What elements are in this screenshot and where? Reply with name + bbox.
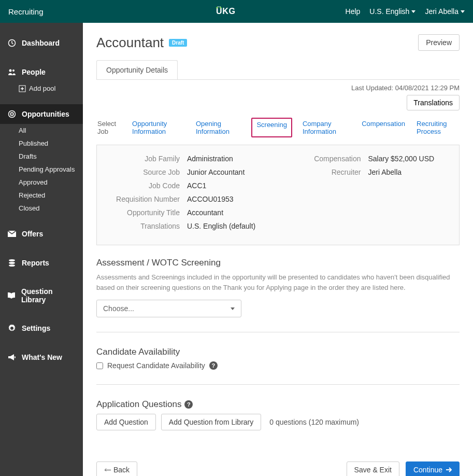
sidebar-item-opportunities[interactable]: Opportunities bbox=[0, 104, 83, 124]
chevron-down-icon bbox=[461, 10, 465, 13]
sidebar-item-people[interactable]: People bbox=[0, 62, 83, 82]
sidebar-label: Reports bbox=[22, 259, 49, 267]
questions-title-text: Application Questions bbox=[96, 399, 181, 410]
sidebar-add-pool[interactable]: Add pool bbox=[0, 82, 83, 95]
step-opening-info[interactable]: Opening Information bbox=[195, 118, 242, 137]
info-label-job-code: Job Code bbox=[107, 181, 180, 190]
help-label: Help bbox=[346, 7, 361, 16]
main-content: Accountant Draft Preview Opportunity Det… bbox=[83, 23, 473, 476]
svg-point-2 bbox=[220, 7, 221, 8]
step-screening[interactable]: Screening bbox=[251, 118, 292, 137]
info-label-opp-title: Opportunity Title bbox=[107, 208, 180, 217]
language-label: U.S. English bbox=[369, 7, 409, 16]
info-value-job-code: ACC1 bbox=[187, 181, 206, 190]
sidebar-label: Opportunities bbox=[22, 110, 69, 118]
sidebar-item-dashboard[interactable]: Dashboard bbox=[0, 33, 83, 53]
step-compensation[interactable]: Compensation bbox=[361, 118, 406, 137]
continue-button[interactable]: Continue bbox=[406, 461, 460, 476]
info-label-source-job: Source Job bbox=[107, 168, 180, 176]
info-summary-box: Job FamilyAdministration Source JobJunio… bbox=[96, 145, 460, 245]
database-icon bbox=[7, 258, 17, 268]
svg-point-9 bbox=[11, 114, 12, 115]
sidebar-sub-closed[interactable]: Closed bbox=[0, 202, 83, 215]
sidebar-item-reports[interactable]: Reports bbox=[0, 253, 83, 273]
arrow-right-icon bbox=[446, 467, 452, 473]
back-button[interactable]: 🡐 Back bbox=[96, 461, 137, 476]
select-placeholder: Choose... bbox=[103, 304, 134, 313]
sidebar-item-settings[interactable]: Settings bbox=[0, 318, 83, 338]
info-value-recruiter: Jeri Abella bbox=[368, 168, 402, 176]
help-icon[interactable]: ? bbox=[184, 400, 193, 409]
request-availability-checkbox[interactable] bbox=[96, 362, 103, 369]
info-value-job-family: Administration bbox=[187, 155, 233, 163]
info-value-compensation: Salary $52,000 USD bbox=[368, 155, 435, 163]
topbar: Recruiting ÜKG Help U.S. English Jeri Ab… bbox=[0, 0, 473, 23]
last-updated-label: Last Updated: bbox=[351, 84, 393, 92]
svg-point-12 bbox=[9, 262, 15, 264]
continue-label: Continue bbox=[413, 466, 442, 474]
assessment-section-desc: Assessments and Screenings included in t… bbox=[96, 272, 460, 292]
info-value-source-job: Junior Accountant bbox=[187, 168, 245, 176]
target-icon bbox=[7, 109, 17, 119]
draft-badge: Draft bbox=[169, 39, 187, 47]
assessment-section-title: Assessment / WOTC Screening bbox=[96, 258, 460, 268]
sidebar-item-whats-new[interactable]: What's New bbox=[0, 347, 83, 367]
info-value-translations: U.S. English (default) bbox=[187, 222, 255, 230]
help-link[interactable]: Help bbox=[346, 7, 361, 16]
language-dropdown[interactable]: U.S. English bbox=[369, 7, 415, 16]
sidebar-label: Settings bbox=[22, 324, 50, 332]
step-opportunity-info[interactable]: Opportunity Information bbox=[131, 118, 185, 137]
preview-button[interactable]: Preview bbox=[418, 34, 460, 51]
sidebar-label: Question Library bbox=[21, 287, 76, 304]
questions-section-title: Application Questions ? bbox=[96, 399, 460, 410]
arrow-left-icon: 🡐 bbox=[104, 466, 113, 474]
ukg-logo: ÜKG bbox=[216, 5, 257, 18]
assessment-select[interactable]: Choose... bbox=[96, 300, 241, 317]
sidebar: Dashboard People Add pool Opportunities … bbox=[0, 23, 83, 476]
add-question-library-button[interactable]: Add Question from Library bbox=[161, 414, 261, 430]
sidebar-item-offers[interactable]: Offers bbox=[0, 224, 83, 244]
step-select-job: Select Job bbox=[96, 118, 122, 137]
svg-point-11 bbox=[9, 259, 15, 261]
info-label-job-family: Job Family bbox=[107, 155, 180, 163]
info-value-opp-title: Accountant bbox=[187, 208, 223, 217]
info-label-req-number: Requisition Number bbox=[107, 195, 180, 203]
chevron-down-icon bbox=[231, 307, 235, 310]
sidebar-sub-approved[interactable]: Approved bbox=[0, 176, 83, 189]
user-label: Jeri Abella bbox=[425, 7, 458, 16]
chevron-down-icon bbox=[411, 10, 415, 13]
last-updated-value: 04/08/2021 12:29 PM bbox=[395, 84, 460, 92]
add-question-button[interactable]: Add Question bbox=[96, 414, 156, 430]
sidebar-label: Dashboard bbox=[22, 39, 60, 47]
sidebar-sub-pending[interactable]: Pending Approvals bbox=[0, 163, 83, 176]
user-dropdown[interactable]: Jeri Abella bbox=[425, 7, 465, 16]
svg-point-5 bbox=[12, 69, 15, 72]
info-value-req-number: ACCOU01953 bbox=[187, 195, 234, 203]
mail-icon bbox=[7, 229, 17, 239]
svg-point-4 bbox=[9, 69, 12, 72]
question-count: 0 questions (120 maximum) bbox=[269, 418, 359, 426]
clock-icon bbox=[7, 38, 17, 48]
divider bbox=[96, 384, 460, 385]
step-recruiting-process[interactable]: Recruiting Process bbox=[415, 118, 460, 137]
sidebar-item-question-library[interactable]: Question Library bbox=[0, 282, 83, 309]
info-label-recruiter: Recruiter bbox=[289, 168, 361, 176]
sidebar-sub-published[interactable]: Published bbox=[0, 137, 83, 150]
svg-point-1 bbox=[216, 7, 218, 8]
sidebar-sub-drafts[interactable]: Drafts bbox=[0, 150, 83, 163]
bullhorn-icon bbox=[7, 353, 17, 362]
svg-point-13 bbox=[9, 264, 15, 267]
translations-button[interactable]: Translations bbox=[407, 95, 460, 110]
help-icon[interactable]: ? bbox=[209, 361, 218, 370]
step-company-info[interactable]: Company Information bbox=[302, 118, 351, 137]
sidebar-sub-all[interactable]: All bbox=[0, 124, 83, 137]
sidebar-label: What's New bbox=[22, 353, 62, 361]
divider bbox=[96, 332, 460, 332]
tab-opportunity-details[interactable]: Opportunity Details bbox=[96, 60, 178, 79]
sidebar-sub-rejected[interactable]: Rejected bbox=[0, 189, 83, 202]
checkbox-label: Request Candidate Availability bbox=[107, 361, 205, 370]
save-exit-button[interactable]: Save & Exit bbox=[347, 461, 399, 476]
last-updated: Last Updated: 04/08/2021 12:29 PM bbox=[96, 84, 460, 92]
info-label-compensation: Compensation bbox=[289, 155, 361, 163]
add-icon bbox=[19, 85, 26, 92]
